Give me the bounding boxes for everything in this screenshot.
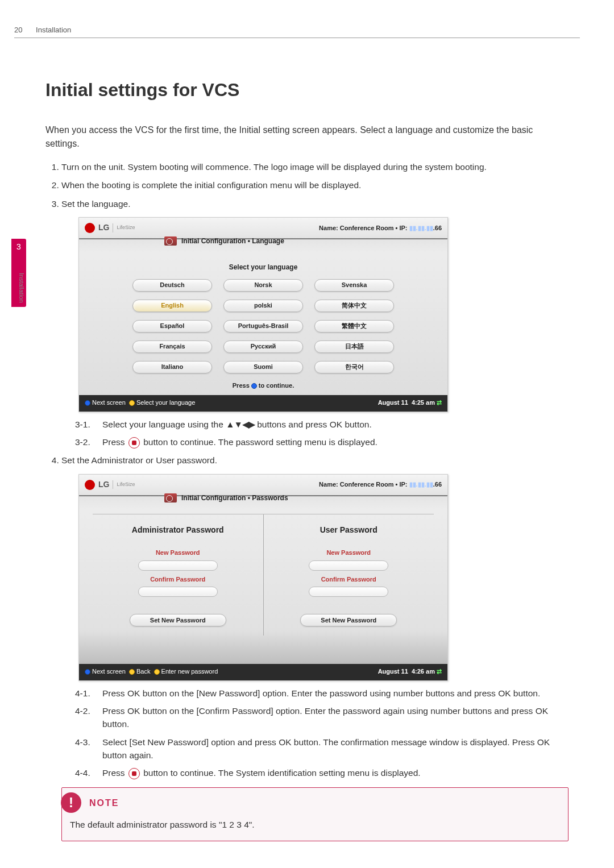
lang-btn-svenska[interactable]: Svenska (314, 279, 394, 292)
screenshot-passwords: LG LifeSize Name: Conference Room • IP: … (78, 474, 448, 681)
screenshot-footer: Next screen Back Enter new password Augu… (79, 664, 447, 680)
lang-btn-polski[interactable]: polski (223, 300, 303, 312)
page-number: 20 (14, 26, 22, 34)
admin-set-password-button[interactable]: Set New Password (130, 614, 226, 626)
confirm-password-label: Confirm Password (98, 574, 258, 585)
substep-4-1: 4-1. Press OK button on the [New Passwor… (75, 687, 569, 700)
substep-4-3: 4-3. Select [Set New Password] option an… (75, 736, 569, 762)
substep-3-1: 3-1. Select your language using the ▲▼◀▶… (75, 418, 569, 431)
user-confirm-password-input[interactable] (309, 587, 388, 597)
ip-address-partial: ▮▮.▮▮.▮▮ (409, 225, 433, 231)
step-3-text: Set the language. (61, 199, 131, 209)
new-password-label: New Password (98, 547, 258, 558)
lg-logo-text: LG (98, 478, 109, 492)
room-name-label: Name: Conference Room • IP: ▮▮.▮▮.▮▮.66 (319, 479, 442, 490)
lg-logo-icon (85, 480, 95, 490)
language-grid: Deutsch Norsk Svenska English polski 简体中… (93, 279, 434, 373)
admin-new-password-input[interactable] (138, 560, 218, 571)
step-4-text: Set the Administrator or User password. (61, 455, 217, 465)
blue-button-icon (85, 669, 90, 675)
lifesize-logo-text: LifeSize (113, 223, 135, 232)
screenshot-footer: Next screen Select your language August … (79, 395, 447, 412)
step-4: Set the Administrator or User password. … (61, 453, 569, 841)
step-3: Set the language. LG LifeSize Name: Conf… (61, 197, 569, 449)
substep-3-2: 3-2. Press button to continue. The passw… (75, 435, 569, 448)
select-language-label: Select your language (93, 261, 434, 273)
ip-address-partial: ▮▮.▮▮.▮▮ (409, 481, 433, 488)
side-chapter-label: Installation (18, 273, 25, 303)
confirm-password-label: Confirm Password (269, 574, 429, 585)
room-name-label: Name: Conference Room • IP: ▮▮.▮▮.▮▮.66 (319, 223, 442, 234)
lg-logo-icon (85, 223, 95, 233)
admin-password-heading: Administrator Password (98, 524, 258, 537)
substep-4-4: 4-4. Press button to continue. The Syste… (75, 766, 569, 779)
page-section: Installation (36, 26, 71, 34)
breadcrumb-text: Initial Configuration • Passwords (181, 492, 288, 504)
user-set-password-button[interactable]: Set New Password (300, 614, 397, 626)
gear-icon (164, 236, 177, 246)
user-new-password-input[interactable] (309, 560, 388, 571)
blue-button-icon (251, 383, 257, 389)
note-body: The default administrator password is "1… (62, 817, 568, 840)
red-button-icon (128, 437, 140, 448)
screenshot-language: LG LifeSize Name: Conference Room • IP: … (78, 217, 448, 412)
note-box: ! NOTE The default administrator passwor… (61, 787, 569, 841)
note-icon: ! (61, 792, 81, 813)
user-password-heading: User Password (269, 524, 429, 537)
lang-btn-espanol[interactable]: Español (132, 320, 212, 333)
user-password-column: User Password New Password Confirm Passw… (264, 514, 434, 636)
lang-btn-zh-simplified[interactable]: 简体中文 (314, 300, 394, 312)
lang-btn-francais[interactable]: Français (132, 340, 212, 353)
blue-button-icon (85, 400, 90, 406)
lang-btn-russian[interactable]: Русский (223, 340, 303, 353)
yellow-button-icon (154, 669, 160, 675)
step-1: Turn on the unit. System booting will co… (61, 160, 569, 175)
note-title: NOTE (89, 795, 119, 811)
network-icon: ⇄ (437, 668, 442, 675)
lang-btn-pt-br[interactable]: Português-Brasil (223, 320, 303, 333)
network-icon: ⇄ (437, 399, 442, 406)
intro-paragraph: When you access the VCS for the first ti… (45, 123, 569, 151)
red-button-icon (128, 768, 140, 779)
lang-btn-italiano[interactable]: Italiano (132, 361, 212, 373)
substep-4-2: 4-2. Press OK button on the [Confirm Pas… (75, 704, 569, 731)
lg-logo-text: LG (98, 221, 109, 235)
lifesize-logo-text: LifeSize (113, 480, 135, 489)
lang-btn-norsk[interactable]: Norsk (223, 279, 303, 292)
admin-password-column: Administrator Password New Password Conf… (93, 514, 264, 636)
breadcrumb-text: Initial Configuration • Language (181, 235, 284, 247)
yellow-button-icon (129, 400, 135, 406)
press-to-continue: Press to continue. (93, 380, 434, 391)
lang-btn-zh-traditional[interactable]: 繁體中文 (314, 320, 394, 333)
lang-btn-english[interactable]: English (132, 300, 212, 312)
new-password-label: New Password (269, 547, 429, 558)
page-title: Initial settings for VCS (45, 80, 569, 101)
yellow-button-icon (129, 669, 135, 675)
lang-btn-korean[interactable]: 한국어 (314, 361, 394, 373)
chapter-number: 3 (11, 239, 26, 251)
gear-icon (164, 493, 177, 502)
step-2: When the booting is complete the initial… (61, 178, 569, 193)
admin-confirm-password-input[interactable] (138, 587, 218, 597)
lang-btn-japanese[interactable]: 日本語 (314, 340, 394, 353)
page-header: 20 Installation (14, 26, 580, 38)
lang-btn-suomi[interactable]: Suomi (223, 361, 303, 373)
arrow-buttons-icon: ▲▼◀▶ (226, 420, 255, 429)
lang-btn-deutsch[interactable]: Deutsch (132, 279, 212, 292)
